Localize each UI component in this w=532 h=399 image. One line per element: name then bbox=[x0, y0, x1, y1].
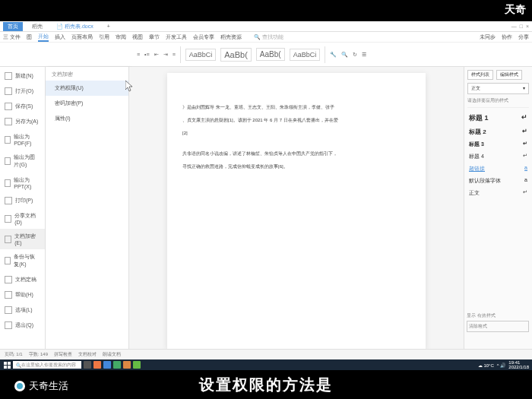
file-menu-panel: 新建(N) 打开(O) 保存(S) 另存为(A) 输出为PDF(F) 输出为图片… bbox=[0, 67, 46, 349]
document-tab[interactable]: 📄 稻壳表.docx bbox=[52, 22, 98, 31]
password-encrypt-item[interactable]: 密码加密(P) bbox=[46, 96, 128, 111]
bullet-icon[interactable]: •≡ bbox=[144, 52, 150, 57]
style-panel: 样式列表 编辑样式 正文▾ 请选择要应用的样式 标题 1↵ 标题 2↵ 标题 3… bbox=[464, 67, 532, 349]
read-aloud[interactable]: 朗读文档 bbox=[103, 351, 121, 358]
ribbon-tab[interactable]: 审阅 bbox=[116, 33, 126, 41]
ribbon-tab[interactable]: 稻壳资源 bbox=[220, 33, 242, 41]
sync-status[interactable]: 未同步 bbox=[480, 33, 496, 41]
style-link[interactable]: 超链接a bbox=[467, 163, 529, 175]
share-button[interactable]: 分享 bbox=[518, 33, 529, 41]
file-image[interactable]: 输出为图片(G) bbox=[0, 150, 45, 173]
task-icon[interactable] bbox=[113, 361, 121, 369]
style-list-tab[interactable]: 样式列表 bbox=[467, 70, 493, 80]
ribbon-tab[interactable]: 图 bbox=[27, 33, 32, 41]
file-print[interactable]: 打印(P) bbox=[0, 193, 45, 208]
style-preview[interactable]: AaBb( bbox=[256, 48, 285, 61]
style-body[interactable]: 正文↵ bbox=[467, 187, 529, 199]
file-options[interactable]: 选项(L) bbox=[0, 302, 45, 318]
file-saveas[interactable]: 另存为(A) bbox=[0, 114, 45, 129]
ribbon-tab[interactable]: 插入 bbox=[55, 33, 65, 41]
doc-paragraph: 》是由刘国辉导 朱一龙、童瑶、王志文、王阳、朱珠领衔主演，李健、张子 bbox=[182, 103, 403, 112]
clock[interactable]: 19:412022/1/18 bbox=[508, 360, 529, 369]
svg-point-1 bbox=[17, 383, 23, 389]
maximize-icon[interactable]: □ bbox=[520, 24, 523, 29]
home-tab[interactable]: 首页 bbox=[3, 22, 23, 31]
find-icon[interactable]: 🔍 bbox=[341, 52, 348, 58]
indent-icon[interactable]: ⇤ bbox=[154, 52, 159, 58]
ribbon-tabs: 三 文件 图 开始 插入 页面布局 引用 审阅 视图 章节 开发工具 会员专享 … bbox=[0, 32, 532, 43]
doc-paragraph: 、贞文康主演的悬疑剧[1]。该剧于 2021 年 6 月 7 日在央视八套播出，… bbox=[182, 116, 403, 125]
brand-logo: 天奇生活 bbox=[14, 379, 68, 393]
style-h1[interactable]: 标题 1↵ bbox=[467, 111, 529, 125]
list-icon[interactable]: ≡ bbox=[137, 52, 140, 57]
start-button[interactable] bbox=[3, 361, 11, 369]
submenu-title: 文档加密 bbox=[46, 68, 128, 81]
collab-button[interactable]: 协作 bbox=[502, 33, 512, 41]
minimize-icon[interactable]: — bbox=[511, 24, 517, 29]
file-open[interactable]: 打开(O) bbox=[0, 84, 45, 99]
ribbon-search[interactable]: 🔍 查找功能 bbox=[254, 33, 283, 41]
outdent-icon[interactable]: ⇥ bbox=[163, 52, 168, 58]
file-save[interactable]: 保存(S) bbox=[0, 99, 45, 114]
file-menu-tab[interactable]: 三 文件 bbox=[3, 33, 21, 41]
windows-taskbar: 🔍 在这里输入你要搜索的内容 ☁ 10°C ^ 🔊 19:412022/1/18 bbox=[0, 359, 532, 370]
style-h3[interactable]: 标题 3↵ bbox=[467, 138, 529, 150]
chevron-down-icon: ▾ bbox=[523, 85, 525, 92]
replace-icon[interactable]: ↻ bbox=[353, 52, 357, 58]
doc-check[interactable]: 文档校对 bbox=[78, 351, 97, 358]
current-style-select[interactable]: 正文▾ bbox=[467, 83, 529, 94]
task-icon[interactable] bbox=[103, 361, 111, 369]
clear-format-button[interactable]: 清除格式 bbox=[467, 321, 529, 332]
close-icon[interactable]: × bbox=[526, 24, 529, 29]
style-panel-footer: 显示 有效样式 清除格式 bbox=[467, 312, 529, 332]
file-final[interactable]: 文档定稿 bbox=[0, 272, 45, 287]
document-page[interactable]: 》是由刘国辉导 朱一龙、童瑶、王志文、王阳、朱珠领衔主演，李健、张子 、贞文康主… bbox=[167, 73, 426, 349]
ribbon-toolbar: ≡ •≡ ⇤ ⇥ ≡ AaBbCi AaBb( AaBb( AaBbCi 🔧 🔍… bbox=[0, 43, 532, 67]
style-preview[interactable]: AaBbCi bbox=[290, 49, 321, 61]
file-exit[interactable]: 退出(Q) bbox=[0, 318, 45, 333]
brand-corner: 天奇 bbox=[505, 3, 526, 17]
file-backup[interactable]: 备份与恢复(K) bbox=[0, 249, 45, 272]
task-icon[interactable] bbox=[93, 361, 101, 369]
ribbon-tab-start[interactable]: 开始 bbox=[38, 33, 49, 42]
app-tab[interactable]: 稻壳 bbox=[27, 22, 47, 31]
new-tab-button[interactable]: + bbox=[103, 23, 115, 30]
edit-style-tab[interactable]: 编辑样式 bbox=[496, 70, 522, 80]
style-h2[interactable]: 标题 2↵ bbox=[467, 125, 529, 138]
taskbar-search[interactable]: 🔍 在这里输入你要搜索的内容 bbox=[13, 361, 81, 369]
file-new[interactable]: 新建(N) bbox=[0, 68, 45, 84]
ribbon-tab[interactable]: 章节 bbox=[149, 33, 160, 41]
ribbon-tab[interactable]: 页面布局 bbox=[71, 33, 93, 41]
tools-icon[interactable]: 🔧 bbox=[330, 52, 337, 58]
align-icon[interactable]: ≡ bbox=[173, 52, 176, 57]
spell-check[interactable]: 拼写检查 bbox=[54, 351, 72, 358]
style-h4[interactable]: 标题 4↵ bbox=[467, 150, 529, 163]
ribbon-tab[interactable]: 会员专享 bbox=[193, 33, 214, 41]
document-area: 》是由刘国辉导 朱一龙、童瑶、王志文、王阳、朱珠领衔主演，李健、张子 、贞文康主… bbox=[129, 67, 464, 349]
ribbon-tab[interactable]: 视图 bbox=[132, 33, 143, 41]
select-icon[interactable]: ☰ bbox=[362, 52, 366, 58]
doc-paragraph: 共非语的同名小说改编，讲述了林楠笙、朱怡贞等人在中国共产党的指引下， bbox=[182, 150, 403, 158]
file-help[interactable]: 帮助(H) bbox=[0, 287, 45, 302]
ribbon-tab[interactable]: 开发工具 bbox=[166, 33, 187, 41]
task-icon[interactable] bbox=[133, 361, 141, 369]
doc-permission-item[interactable]: 文档权限(U) bbox=[46, 81, 128, 96]
style-preview[interactable]: AaBb( bbox=[220, 48, 252, 62]
window-titlebar: 首页 稻壳 📄 稻壳表.docx + — □ × bbox=[0, 21, 532, 32]
doc-paragraph: 寻找正确的救国道路，完成信仰蜕变成长的故事[6]。 bbox=[182, 163, 403, 171]
style-default-font[interactable]: 默认段落字体a bbox=[467, 175, 529, 187]
file-encrypt[interactable]: 文档加密(E) bbox=[0, 229, 45, 249]
desktop-screen: 首页 稻壳 📄 稻壳表.docx + — □ × 三 文件 图 开始 插入 页面… bbox=[0, 21, 532, 370]
file-ppt[interactable]: 输出为PPT(X) bbox=[0, 173, 45, 193]
style-preview[interactable]: AaBbCi bbox=[185, 49, 217, 61]
cursor-icon bbox=[125, 81, 135, 93]
word-count: 字数: 149 bbox=[29, 351, 48, 358]
tray-icons[interactable]: ^ 🔊 bbox=[497, 363, 505, 368]
properties-item[interactable]: 属性(I) bbox=[46, 111, 128, 126]
ribbon-tab[interactable]: 引用 bbox=[99, 33, 109, 41]
file-pdf[interactable]: 输出为PDF(F) bbox=[0, 129, 45, 150]
weather-widget[interactable]: ☁ 10°C bbox=[478, 363, 494, 368]
file-share[interactable]: 分享文档(D) bbox=[0, 208, 45, 229]
task-icon[interactable] bbox=[123, 361, 131, 369]
task-icon[interactable] bbox=[84, 361, 91, 369]
